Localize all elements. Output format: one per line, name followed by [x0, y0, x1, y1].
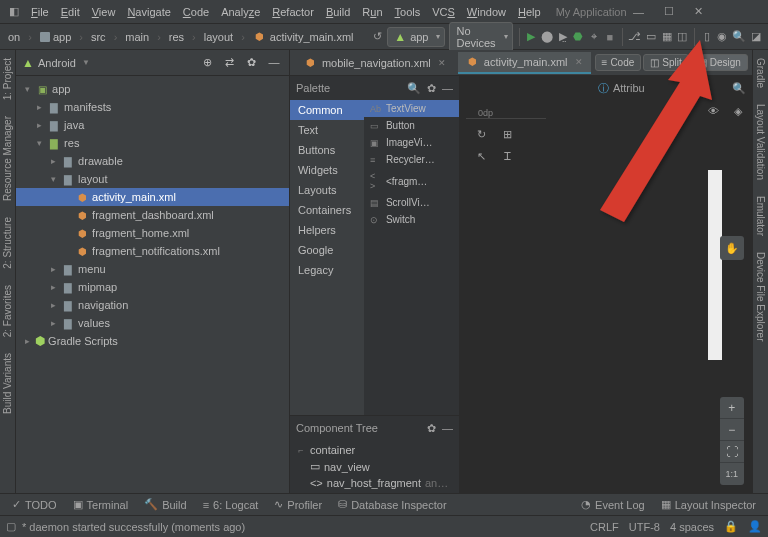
tree-res[interactable]: ▾▇res	[16, 134, 289, 152]
view-code[interactable]: ≡Code	[595, 54, 642, 71]
pal-item-fragment[interactable]: < ><fragm…	[364, 168, 459, 194]
bt-logcat[interactable]: ≡6: Logcat	[197, 497, 265, 513]
rail-structure[interactable]: 2: Structure	[2, 213, 13, 273]
maximize-icon[interactable]: ☐	[661, 4, 677, 20]
gear-icon[interactable]: ✿	[245, 56, 259, 69]
tab-activity-main[interactable]: ⬢activity_main.xml✕	[458, 52, 591, 74]
profile-icon[interactable]: ⬣	[573, 27, 585, 47]
attr-search-icon[interactable]: 🔍	[732, 82, 746, 95]
blueprint-icon[interactable]: ◈	[730, 105, 746, 121]
running-devices-icon[interactable]: ◉	[717, 27, 729, 47]
eye-icon[interactable]: 👁	[706, 105, 722, 121]
rail-resource-manager[interactable]: Resource Manager	[2, 112, 13, 205]
ct-hide-icon[interactable]: —	[442, 422, 453, 434]
minimize-icon[interactable]: —	[631, 4, 647, 20]
breadcrumb-app[interactable]: app	[38, 31, 73, 43]
bt-event-log[interactable]: ◔Event Log	[575, 496, 651, 513]
inspection-icon[interactable]: 👤	[748, 520, 762, 533]
tree-gradle[interactable]: ▸⬢Gradle Scripts	[16, 332, 289, 350]
pan-icon[interactable]: ✋	[720, 236, 744, 260]
tree-fragment-notifications[interactable]: ⬢fragment_notifications.xml	[16, 242, 289, 260]
vcs-icon[interactable]: ⎇	[628, 27, 641, 47]
cursor-icon[interactable]: ↖	[474, 150, 490, 166]
settings-icon[interactable]: ◪	[750, 27, 762, 47]
indent[interactable]: 4 spaces	[670, 521, 714, 533]
pal-cat-legacy[interactable]: Legacy	[290, 260, 364, 280]
tool-windows-icon[interactable]: ▢	[6, 520, 16, 533]
pal-item-textview[interactable]: AbTextView	[364, 100, 459, 117]
bounds-icon[interactable]: ⊞	[500, 128, 516, 144]
rail-layout-validation[interactable]: Layout Validation	[755, 100, 766, 184]
bt-build[interactable]: 🔨Build	[138, 496, 192, 513]
tree-layout[interactable]: ▾▇layout	[16, 170, 289, 188]
tree-activity-main[interactable]: ⬢activity_main.xml	[16, 188, 289, 206]
ct-container[interactable]: ⌐container	[290, 442, 459, 458]
rail-build-variants[interactable]: Build Variants	[2, 349, 13, 418]
palette-hide-icon[interactable]: —	[442, 82, 453, 94]
breadcrumb-main[interactable]: main	[123, 31, 151, 43]
palette-gear-icon[interactable]: ✿	[427, 82, 436, 95]
device-combo[interactable]: No Devices	[449, 22, 512, 52]
tree-navigation[interactable]: ▸▇navigation	[16, 296, 289, 314]
rotate-icon[interactable]: ↻	[474, 128, 490, 144]
tree-fragment-dashboard[interactable]: ⬢fragment_dashboard.xml	[16, 206, 289, 224]
tab-mobile-navigation[interactable]: ⬢mobile_navigation.xml✕	[296, 53, 454, 73]
view-split[interactable]: ◫Split	[643, 54, 688, 71]
tree-drawable[interactable]: ▸▇drawable	[16, 152, 289, 170]
zoom-in[interactable]: +	[720, 397, 744, 419]
pal-cat-common[interactable]: Common	[290, 100, 364, 120]
target-icon[interactable]: ⊕	[201, 56, 215, 69]
close-icon[interactable]: ✕	[691, 4, 707, 20]
menu-vcs[interactable]: VCS	[427, 4, 460, 20]
bt-layout-inspector[interactable]: ▦Layout Inspector	[655, 496, 762, 513]
debug-icon[interactable]: ⬤	[541, 27, 553, 47]
close-tab-icon[interactable]: ✕	[438, 58, 446, 68]
pal-item-recyclerview[interactable]: ≡Recycler…	[364, 151, 459, 168]
menu-edit[interactable]: Edit	[56, 4, 85, 20]
view-design[interactable]: ▦Design	[691, 54, 748, 71]
bt-terminal[interactable]: ▣Terminal	[67, 496, 135, 513]
ct-nav-view[interactable]: ▭nav_view	[290, 458, 459, 475]
zoom-fit[interactable]: ⛶	[720, 441, 744, 463]
device-manager-icon[interactable]: ▯	[701, 27, 713, 47]
pal-cat-layouts[interactable]: Layouts	[290, 180, 364, 200]
run-icon[interactable]: ▶	[525, 27, 537, 47]
ct-gear-icon[interactable]: ✿	[427, 422, 436, 435]
tree-java[interactable]: ▸▇java	[16, 116, 289, 134]
attach-debug-icon[interactable]: ⌖	[588, 27, 600, 47]
pal-cat-containers[interactable]: Containers	[290, 200, 364, 220]
menu-tools[interactable]: Tools	[390, 4, 426, 20]
bt-todo[interactable]: ✓TODO	[6, 496, 63, 513]
line-sep[interactable]: CRLF	[590, 521, 619, 533]
rail-device-explorer[interactable]: Device File Explorer	[755, 248, 766, 345]
sdk-icon[interactable]: ▦	[661, 27, 673, 47]
menu-view[interactable]: View	[87, 4, 121, 20]
breadcrumb-res[interactable]: res	[167, 31, 186, 43]
pal-item-imageview[interactable]: ▣ImageVi…	[364, 134, 459, 151]
breadcrumb-file[interactable]: ⬢activity_main.xml	[251, 30, 356, 44]
close-tab-icon[interactable]: ✕	[575, 57, 583, 67]
menu-code[interactable]: Code	[178, 4, 214, 20]
pal-cat-text[interactable]: Text	[290, 120, 364, 140]
hide-icon[interactable]: —	[267, 56, 281, 69]
zoom-1-1[interactable]: 1:1	[720, 463, 744, 485]
search-icon[interactable]: 🔍	[732, 27, 746, 47]
rail-emulator[interactable]: Emulator	[755, 192, 766, 240]
menu-window[interactable]: Window	[462, 4, 511, 20]
palette-search-icon[interactable]: 🔍	[407, 82, 421, 95]
menu-run[interactable]: Run	[357, 4, 387, 20]
coverage-icon[interactable]: ▶̤	[557, 27, 569, 47]
tree-fragment-home[interactable]: ⬢fragment_home.xml	[16, 224, 289, 242]
menu-refactor[interactable]: Refactor	[267, 4, 319, 20]
tree-manifests[interactable]: ▸▇manifests	[16, 98, 289, 116]
menu-file[interactable]: File	[26, 4, 54, 20]
project-view-selector[interactable]: Android	[38, 57, 76, 69]
bt-profiler[interactable]: ∿Profiler	[268, 496, 328, 513]
pal-item-scrollview[interactable]: ▤ScrollVi…	[364, 194, 459, 211]
pal-cat-widgets[interactable]: Widgets	[290, 160, 364, 180]
rail-favorites[interactable]: 2: Favorites	[2, 281, 13, 341]
menu-analyze[interactable]: Analyze	[216, 4, 265, 20]
expand-icon[interactable]: ⇄	[223, 56, 237, 69]
rail-project[interactable]: 1: Project	[2, 54, 13, 104]
pal-item-switch[interactable]: ⊙Switch	[364, 211, 459, 228]
